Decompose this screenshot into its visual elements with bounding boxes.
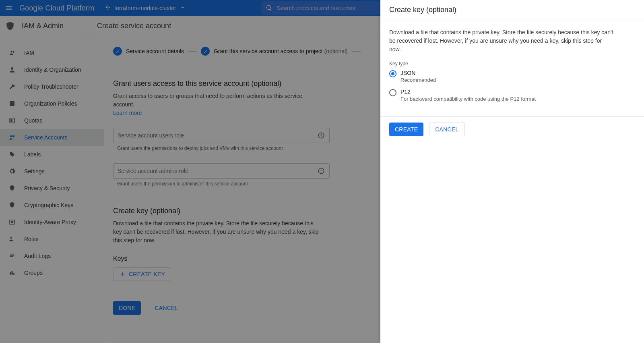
modal-scrim[interactable] — [0, 0, 380, 343]
p12-option-title: P12 — [400, 89, 536, 95]
key-type-label: Key type — [389, 61, 635, 67]
create-key-panel: Create key (optional) Download a file th… — [380, 0, 644, 343]
json-option-title: JSON — [400, 70, 436, 76]
panel-create-button[interactable]: CREATE — [389, 123, 423, 136]
panel-desc: Download a file that contains the privat… — [389, 28, 615, 54]
radio-selected-icon — [389, 70, 396, 77]
keytype-p12-option[interactable]: P12 For backward compatibility with code… — [389, 89, 635, 102]
radio-unselected-icon — [389, 89, 396, 96]
panel-title: Create key (optional) — [389, 6, 635, 14]
p12-option-desc: For backward compatibility with code usi… — [400, 96, 536, 102]
json-option-desc: Recommended — [400, 77, 436, 83]
panel-cancel-button[interactable]: CANCEL — [429, 123, 464, 136]
keytype-json-option[interactable]: JSON Recommended — [389, 70, 635, 83]
